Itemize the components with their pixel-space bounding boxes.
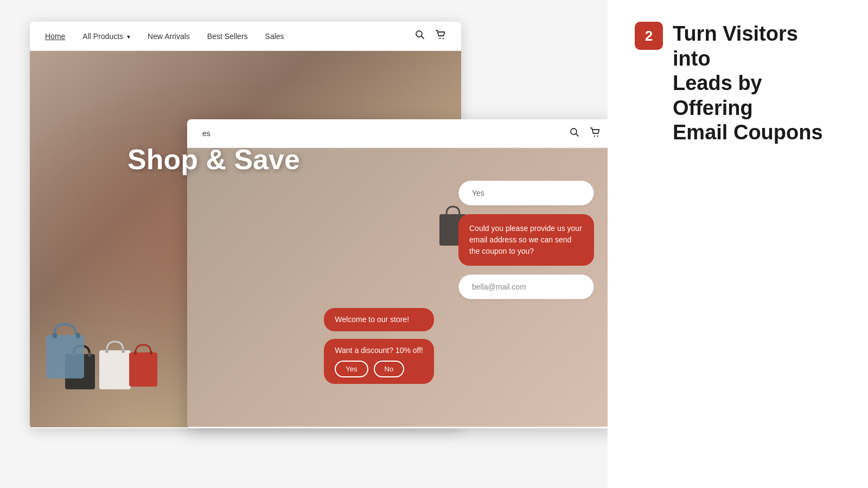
nav-sales[interactable]: Sales: [265, 32, 284, 41]
svg-point-19: [597, 136, 598, 137]
search-icon-second[interactable]: [569, 127, 580, 140]
step-badge: 2: [635, 22, 663, 50]
chevron-down-icon: [125, 32, 130, 41]
second-nav-icons: [569, 127, 601, 140]
nav-icons-group: [414, 29, 446, 43]
chat-bubble-container: Welcome to our store! Want a discount? 1…: [324, 308, 434, 384]
second-hero-area: Yes Could you please provide us your ema…: [187, 148, 616, 427]
cart-icon-second[interactable]: [590, 127, 601, 140]
main-nav: Home All Products New Arrivals Best Sell…: [30, 22, 461, 51]
nav-new-arrivals[interactable]: New Arrivals: [148, 32, 190, 41]
discount-bubble: Want a discount? 10% off! Yes No: [324, 339, 434, 384]
svg-rect-12: [150, 351, 152, 355]
search-icon[interactable]: [414, 29, 425, 43]
svg-point-3: [443, 38, 444, 39]
svg-line-17: [576, 134, 579, 137]
step-header: 2 Turn Visitors into Leads by Offering E…: [635, 22, 841, 145]
welcome-bubble: Welcome to our store!: [324, 308, 434, 332]
cart-icon[interactable]: [435, 29, 446, 43]
svg-rect-8: [105, 349, 108, 353]
svg-rect-14: [53, 333, 57, 338]
no-button[interactable]: No: [374, 361, 405, 377]
step-title: Turn Visitors into Leads by Offering Ema…: [673, 22, 841, 145]
svg-rect-10: [129, 352, 157, 387]
svg-rect-15: [76, 333, 80, 338]
email-input-bubble[interactable]: bella@mail.com: [458, 274, 594, 299]
svg-rect-13: [46, 335, 84, 378]
nav-all-products[interactable]: All Products: [82, 32, 130, 41]
right-info-panel: 2 Turn Visitors into Leads by Offering E…: [608, 0, 868, 488]
nav-partial-text: es: [202, 129, 210, 138]
hero-title: Shop & Save: [127, 143, 300, 176]
nav-best-sellers[interactable]: Best Sellers: [207, 32, 248, 41]
svg-rect-11: [134, 351, 137, 355]
second-chat-interface: Yes Could you please provide us your ema…: [458, 181, 594, 299]
svg-line-1: [422, 36, 424, 39]
chat-action-buttons: Yes No: [335, 361, 423, 377]
yes-response-bubble: Yes: [458, 181, 594, 206]
svg-point-18: [594, 136, 595, 137]
nav-home[interactable]: Home: [45, 32, 65, 41]
yes-button[interactable]: Yes: [335, 361, 368, 377]
svg-point-2: [439, 38, 441, 39]
email-request-bubble: Could you please provide us your email a…: [458, 214, 594, 266]
